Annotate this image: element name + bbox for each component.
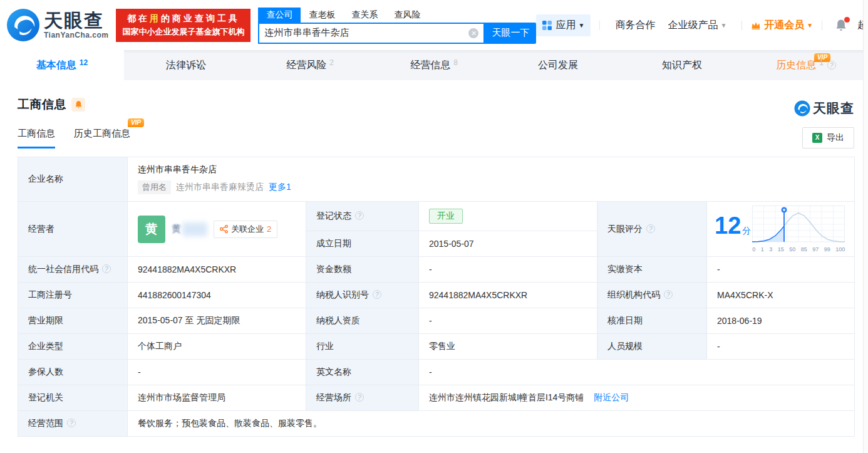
subtab-business-info[interactable]: 工商信息: [18, 128, 55, 148]
tab-legal[interactable]: 法律诉讼: [124, 50, 248, 80]
notifications-bell[interactable]: [835, 19, 847, 32]
business-info-table: 企业名称 连州市串串香牛杂店 曾用名 连州市串串香麻辣烫店 更多1 经营者 黄 …: [18, 157, 855, 437]
company-name: 连州市串串香牛杂店: [138, 164, 844, 175]
tab-company-development[interactable]: 公司发展: [496, 50, 620, 80]
search-tab-company[interactable]: 查公司: [258, 8, 301, 23]
field-label: 天眼评分: [597, 202, 707, 257]
divider: [822, 21, 822, 30]
related-count: 2: [267, 224, 271, 234]
field-label: 组织机构代码: [597, 283, 707, 308]
tab-count: 12: [80, 58, 88, 67]
nav-open-vip[interactable]: 开通会员 ▼: [751, 19, 813, 32]
table-row: 经营者 黄 黄 关联企业 2: [18, 202, 855, 231]
field-label: 资金数额: [306, 257, 419, 283]
brand-domain: TianYanCha.com: [44, 31, 108, 39]
section-title: 工商信息: [18, 96, 66, 113]
field-label: 英文名称: [306, 360, 419, 385]
help-icon[interactable]: [67, 419, 76, 427]
search-input[interactable]: [264, 28, 468, 38]
help-icon[interactable]: [373, 290, 381, 299]
operator-cell: 黄 黄 关联企业 2: [128, 202, 306, 257]
more-link[interactable]: 更多1: [269, 182, 291, 193]
promo-line1: 都在用的商业查询工具: [122, 13, 244, 24]
tab-intellectual-property[interactable]: 知识产权: [620, 50, 744, 80]
help-icon[interactable]: [646, 224, 655, 233]
field-value: 92441882MA4X5CRKXR: [128, 257, 306, 283]
field-label: 统一社会信用代码: [18, 257, 128, 283]
crown-icon: [751, 21, 761, 29]
notification-dot: [844, 17, 850, 23]
tab-history-info[interactable]: VIP 历史信息 1: [744, 50, 868, 80]
chevron-down-icon: ▼: [578, 22, 584, 29]
help-icon[interactable]: [664, 290, 673, 299]
former-name: 连州市串串香麻辣烫店: [176, 182, 264, 193]
company-name-cell: 连州市串串香牛杂店 曾用名 连州市串串香麻辣烫店 更多1: [128, 157, 855, 202]
tab-count: 2: [329, 58, 334, 67]
blurred-name: [182, 222, 207, 236]
related-companies-badge[interactable]: 关联企业 2: [214, 221, 277, 238]
field-value: 2018-06-19: [707, 308, 855, 334]
tab-business-risk[interactable]: 经营风险 2: [248, 50, 372, 80]
help-icon[interactable]: [102, 264, 111, 273]
field-label: 企业类型: [18, 334, 128, 360]
field-label: 企业名称: [18, 157, 128, 202]
tab-operating-info[interactable]: 经营信息 8: [372, 50, 496, 80]
excel-icon: [812, 133, 822, 143]
help-icon[interactable]: [827, 61, 836, 70]
brand-name: 天眼查: [44, 11, 108, 31]
field-value: 2015-05-07 至 无固定期限: [128, 308, 306, 334]
nav-enterprise[interactable]: 企业级产品 ▼: [668, 19, 726, 32]
promo-line2: 国家中小企业发展子基金旗下机构: [122, 26, 244, 38]
field-value: -: [419, 257, 597, 283]
field-label: 参保人数: [18, 360, 128, 385]
chevron-down-icon: ▼: [720, 22, 726, 29]
field-value: 零售业: [419, 334, 597, 360]
subtabs: 工商信息 历史工商信息 VIP: [18, 128, 149, 148]
export-button[interactable]: 导出: [802, 127, 854, 148]
operator-avatar[interactable]: 黄: [138, 216, 165, 243]
search-tab-relation[interactable]: 查关系: [343, 8, 386, 23]
nav-apps[interactable]: 应用 ▼: [536, 14, 591, 36]
nav-cooperation[interactable]: 商务合作: [615, 19, 655, 32]
tianyan-score-cell: 12分 0131550859799100: [707, 202, 855, 257]
table-row: 工商注册号 441882600147304 纳税人识别号 92441882MA4…: [18, 283, 855, 308]
business-scope: 餐饮服务；预包装食品、散装食品、服装零售。: [128, 411, 855, 437]
field-value: 92441882MA4X5CRKXR: [419, 283, 597, 308]
field-value: 441882600147304: [128, 283, 306, 308]
field-label: 经营场所: [306, 385, 419, 411]
score-axis: 0131550859799100: [752, 246, 845, 253]
nearby-companies-link[interactable]: 附近公司: [594, 392, 629, 402]
search-tab-risk[interactable]: 查风险: [386, 8, 428, 23]
field-value: -: [419, 308, 597, 334]
subtab-history-business-info[interactable]: 历史工商信息 VIP: [74, 128, 130, 148]
company-tabs: 基本信息 12 法律诉讼 经营风险 2 经营信息 8 公司发展 知识产权 VIP…: [0, 50, 868, 80]
operator-name[interactable]: 黄: [172, 222, 207, 236]
help-icon[interactable]: [355, 211, 364, 220]
premises-address: 连州市连州镇花园新城I幢首层I14号商铺: [429, 392, 584, 402]
bell-icon: [75, 100, 83, 109]
field-value: -: [707, 257, 855, 283]
tab-count: 8: [453, 58, 458, 67]
table-row: 参保人数 - 英文名称 -: [18, 360, 855, 385]
status-badge: 开业: [429, 209, 463, 224]
brand-logo[interactable]: 天眼查 TianYanCha.com: [6, 8, 108, 42]
tab-basic-info[interactable]: 基本信息 12: [0, 50, 124, 80]
subscribe-bell[interactable]: [71, 98, 85, 112]
field-value: -: [707, 334, 855, 360]
field-label: 经营者: [18, 202, 128, 257]
field-label: 工商注册号: [18, 283, 128, 308]
clear-search-icon[interactable]: ✕: [468, 28, 478, 38]
search-tab-boss[interactable]: 查老板: [301, 8, 343, 23]
page-scrollbar[interactable]: [863, 0, 868, 453]
table-row: 统一社会信用代码 92441882MA4X5CRKXR 资金数额 - 实缴资本 …: [18, 257, 855, 283]
promo-banner: 都在用的商业查询工具 国家中小企业发展子基金旗下机构: [116, 9, 251, 42]
field-label: 纳税人识别号: [306, 283, 419, 308]
tianyancha-watermark: 天眼查: [794, 100, 854, 117]
field-label: 纳税人资质: [306, 308, 419, 334]
premises-cell: 连州市连州镇花园新城I幢首层I14号商铺 附近公司: [419, 385, 855, 411]
field-value: 开业: [419, 202, 597, 231]
help-icon[interactable]: [355, 393, 364, 402]
section-header: 工商信息 工商信息 历史工商信息 VIP 天眼查: [0, 80, 868, 148]
watermark-text: 天眼查: [813, 100, 854, 117]
search-button[interactable]: 天眼一下: [485, 23, 536, 44]
